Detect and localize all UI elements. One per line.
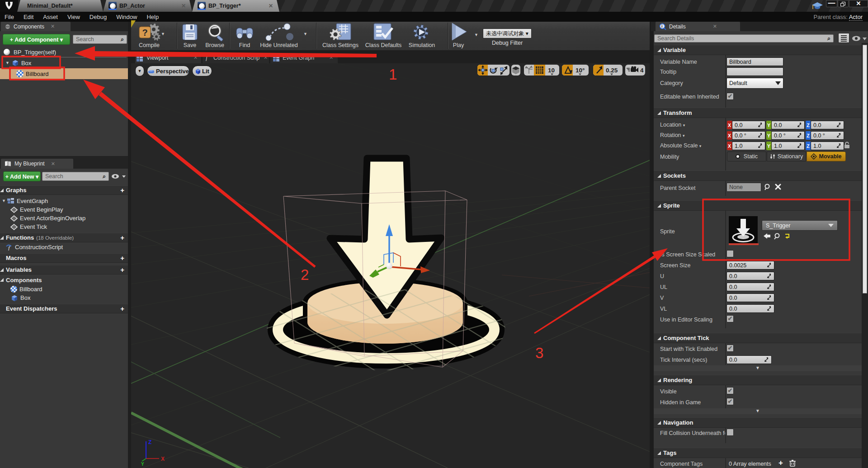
svg-text:Z: Z (148, 439, 151, 445)
svg-text:4: 4 (640, 67, 644, 74)
svg-text:10: 10 (548, 67, 555, 74)
svg-text:?: ? (142, 28, 148, 38)
svg-text:i: i (661, 24, 663, 28)
svg-text:0.25: 0.25 (606, 67, 618, 74)
svg-text:10°: 10° (576, 67, 585, 74)
svg-text:Y: Y (141, 462, 144, 467)
svg-text:X: X (161, 456, 165, 462)
